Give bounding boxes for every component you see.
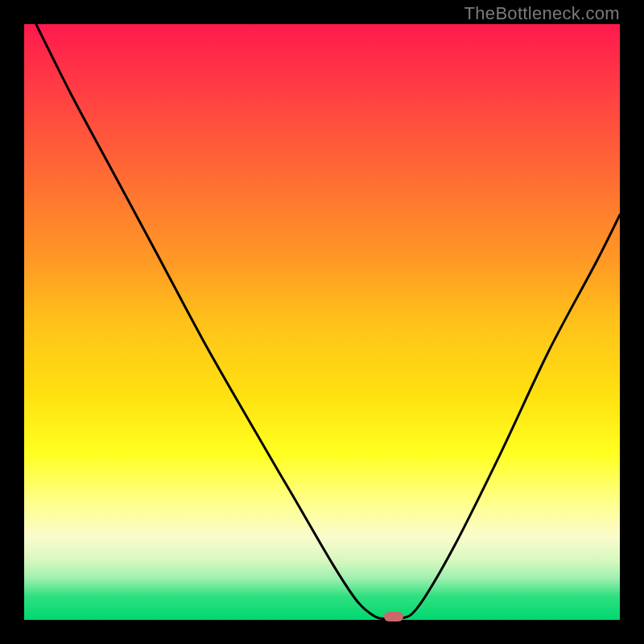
plot-area: [24, 24, 620, 620]
bottleneck-curve: [24, 24, 620, 620]
outer-frame: TheBottleneck.com: [0, 0, 644, 644]
optimal-point-marker: [384, 612, 403, 621]
watermark-text: TheBottleneck.com: [464, 3, 620, 24]
